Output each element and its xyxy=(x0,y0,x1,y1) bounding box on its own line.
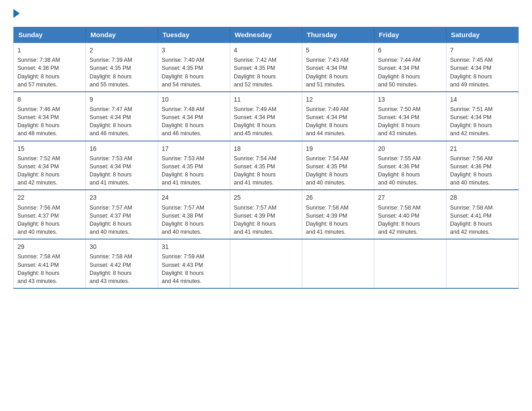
day-sunset: Sunset: 4:34 PM xyxy=(162,114,203,120)
calendar-cell: 7 Sunrise: 7:45 AM Sunset: 4:34 PM Dayli… xyxy=(446,43,519,92)
day-sunrise: Sunrise: 7:43 AM xyxy=(306,57,348,63)
calendar-cell: 28 Sunrise: 7:58 AM Sunset: 4:41 PM Dayl… xyxy=(446,190,519,239)
day-sunset: Sunset: 4:38 PM xyxy=(162,213,203,219)
day-sunset: Sunset: 4:36 PM xyxy=(17,65,59,71)
day-sunrise: Sunrise: 7:59 AM xyxy=(162,253,204,260)
day-daylight: Daylight: 8 hoursand 40 minutes. xyxy=(306,171,348,186)
day-number: 27 xyxy=(378,193,442,202)
calendar-cell: 11 Sunrise: 7:49 AM Sunset: 4:34 PM Dayl… xyxy=(230,92,302,141)
calendar-cell: 24 Sunrise: 7:57 AM Sunset: 4:38 PM Dayl… xyxy=(158,190,230,239)
day-sunset: Sunset: 4:41 PM xyxy=(450,213,491,219)
day-sunrise: Sunrise: 7:53 AM xyxy=(90,155,132,162)
day-sunset: Sunset: 4:34 PM xyxy=(450,65,491,71)
day-number: 20 xyxy=(378,144,442,153)
calendar-cell: 22 Sunrise: 7:56 AM Sunset: 4:37 PM Dayl… xyxy=(14,190,86,239)
day-sunset: Sunset: 4:34 PM xyxy=(17,163,59,170)
day-number: 26 xyxy=(306,193,370,202)
day-sunset: Sunset: 4:43 PM xyxy=(162,262,203,268)
day-daylight: Daylight: 8 hoursand 42 minutes. xyxy=(17,171,60,186)
day-sunrise: Sunrise: 7:40 AM xyxy=(162,57,204,63)
day-daylight: Daylight: 8 hoursand 43 minutes. xyxy=(90,270,132,284)
day-sunrise: Sunrise: 7:50 AM xyxy=(378,106,420,112)
weekday-header-tuesday: Tuesday xyxy=(158,27,230,43)
day-sunrise: Sunrise: 7:56 AM xyxy=(450,155,493,162)
day-sunrise: Sunrise: 7:58 AM xyxy=(306,205,348,211)
day-number: 5 xyxy=(306,46,370,55)
day-daylight: Daylight: 8 hoursand 44 minutes. xyxy=(162,270,204,284)
day-number: 28 xyxy=(450,193,515,202)
day-daylight: Daylight: 8 hoursand 46 minutes. xyxy=(162,122,204,137)
day-sunset: Sunset: 4:34 PM xyxy=(90,163,131,170)
day-daylight: Daylight: 8 hoursand 45 minutes. xyxy=(234,122,276,137)
calendar-cell: 31 Sunrise: 7:59 AM Sunset: 4:43 PM Dayl… xyxy=(158,239,230,288)
day-daylight: Daylight: 8 hoursand 41 minutes. xyxy=(234,171,276,186)
day-daylight: Daylight: 8 hoursand 52 minutes. xyxy=(234,73,276,88)
page-header xyxy=(13,9,519,18)
day-sunrise: Sunrise: 7:51 AM xyxy=(450,106,493,112)
calendar-cell: 15 Sunrise: 7:52 AM Sunset: 4:34 PM Dayl… xyxy=(14,141,86,190)
calendar-cell: 9 Sunrise: 7:47 AM Sunset: 4:34 PM Dayli… xyxy=(86,92,158,141)
day-sunrise: Sunrise: 7:49 AM xyxy=(306,106,348,112)
day-number: 25 xyxy=(234,193,298,202)
day-sunrise: Sunrise: 7:49 AM xyxy=(234,106,276,112)
day-sunrise: Sunrise: 7:39 AM xyxy=(90,57,132,63)
calendar-cell: 30 Sunrise: 7:58 AM Sunset: 4:42 PM Dayl… xyxy=(86,239,158,288)
day-number: 14 xyxy=(450,95,515,104)
day-number: 15 xyxy=(17,144,82,153)
calendar-cell: 3 Sunrise: 7:40 AM Sunset: 4:35 PM Dayli… xyxy=(158,43,230,92)
logo xyxy=(13,9,21,18)
day-sunset: Sunset: 4:35 PM xyxy=(234,65,275,71)
logo-arrow-icon xyxy=(13,9,20,18)
day-sunset: Sunset: 4:34 PM xyxy=(17,114,59,120)
day-daylight: Daylight: 8 hoursand 55 minutes. xyxy=(90,73,132,88)
calendar-cell: 6 Sunrise: 7:44 AM Sunset: 4:34 PM Dayli… xyxy=(374,43,446,92)
day-daylight: Daylight: 8 hoursand 51 minutes. xyxy=(306,73,348,88)
day-daylight: Daylight: 8 hoursand 49 minutes. xyxy=(450,73,492,88)
day-daylight: Daylight: 8 hoursand 43 minutes. xyxy=(378,122,420,137)
day-number: 24 xyxy=(162,193,226,202)
calendar-cell: 20 Sunrise: 7:55 AM Sunset: 4:36 PM Dayl… xyxy=(374,141,446,190)
day-number: 23 xyxy=(90,193,154,202)
calendar-cell: 29 Sunrise: 7:58 AM Sunset: 4:41 PM Dayl… xyxy=(14,239,86,288)
day-sunset: Sunset: 4:35 PM xyxy=(90,65,131,71)
day-sunrise: Sunrise: 7:58 AM xyxy=(17,253,60,260)
day-daylight: Daylight: 8 hoursand 42 minutes. xyxy=(450,122,492,137)
day-number: 10 xyxy=(162,95,226,104)
day-daylight: Daylight: 8 hoursand 40 minutes. xyxy=(17,221,60,235)
day-daylight: Daylight: 8 hoursand 57 minutes. xyxy=(17,73,60,88)
weekday-header-friday: Friday xyxy=(374,27,446,43)
day-daylight: Daylight: 8 hoursand 50 minutes. xyxy=(378,73,420,88)
day-daylight: Daylight: 8 hoursand 40 minutes. xyxy=(162,221,204,235)
day-number: 22 xyxy=(17,193,82,202)
day-sunrise: Sunrise: 7:58 AM xyxy=(378,205,420,211)
day-sunrise: Sunrise: 7:57 AM xyxy=(234,205,276,211)
day-number: 17 xyxy=(162,144,226,153)
day-sunrise: Sunrise: 7:58 AM xyxy=(450,205,493,211)
calendar-header-row: SundayMondayTuesdayWednesdayThursdayFrid… xyxy=(14,27,519,43)
calendar-cell: 21 Sunrise: 7:56 AM Sunset: 4:36 PM Dayl… xyxy=(446,141,519,190)
day-sunrise: Sunrise: 7:38 AM xyxy=(17,57,60,63)
day-sunset: Sunset: 4:37 PM xyxy=(17,213,59,219)
day-sunrise: Sunrise: 7:57 AM xyxy=(90,205,132,211)
calendar-cell: 16 Sunrise: 7:53 AM Sunset: 4:34 PM Dayl… xyxy=(86,141,158,190)
day-sunset: Sunset: 4:42 PM xyxy=(90,262,131,268)
calendar-cell: 19 Sunrise: 7:54 AM Sunset: 4:35 PM Dayl… xyxy=(302,141,374,190)
day-daylight: Daylight: 8 hoursand 40 minutes. xyxy=(378,171,420,186)
calendar-cell: 17 Sunrise: 7:53 AM Sunset: 4:35 PM Dayl… xyxy=(158,141,230,190)
day-daylight: Daylight: 8 hoursand 43 minutes. xyxy=(17,270,60,284)
day-sunset: Sunset: 4:40 PM xyxy=(378,213,419,219)
day-sunset: Sunset: 4:34 PM xyxy=(450,114,491,120)
day-sunset: Sunset: 4:39 PM xyxy=(306,213,347,219)
day-sunrise: Sunrise: 7:46 AM xyxy=(17,106,60,112)
calendar-week-row: 1 Sunrise: 7:38 AM Sunset: 4:36 PM Dayli… xyxy=(14,43,519,92)
day-sunset: Sunset: 4:35 PM xyxy=(234,163,275,170)
day-number: 30 xyxy=(90,242,154,251)
calendar-cell: 12 Sunrise: 7:49 AM Sunset: 4:34 PM Dayl… xyxy=(302,92,374,141)
weekday-header-wednesday: Wednesday xyxy=(230,27,302,43)
day-sunset: Sunset: 4:36 PM xyxy=(378,163,419,170)
calendar-cell: 13 Sunrise: 7:50 AM Sunset: 4:34 PM Dayl… xyxy=(374,92,446,141)
day-sunset: Sunset: 4:37 PM xyxy=(90,213,131,219)
calendar-cell xyxy=(302,239,374,288)
day-number: 6 xyxy=(378,46,442,55)
day-sunset: Sunset: 4:35 PM xyxy=(162,163,203,170)
